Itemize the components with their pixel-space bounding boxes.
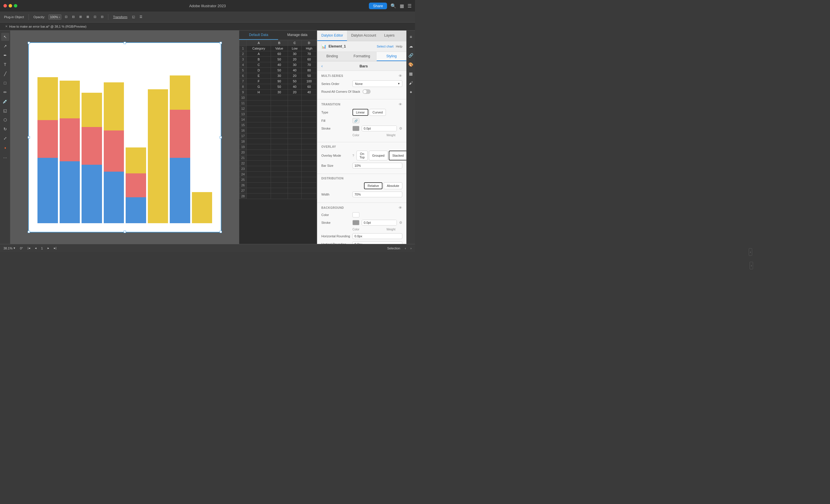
line-tool[interactable]: ╱	[1, 70, 9, 78]
cell-5-a[interactable]: D	[247, 68, 271, 73]
styling-tab[interactable]: Styling	[377, 52, 406, 61]
cell-1-d[interactable]: High	[302, 46, 317, 51]
handle-mr[interactable]	[220, 136, 222, 138]
cell-2-d[interactable]: 70	[302, 51, 317, 57]
back-arrow-icon[interactable]: ‹	[321, 64, 323, 68]
gradient-tool[interactable]: ◱	[1, 107, 9, 114]
stroke-settings-icon[interactable]: ⚙	[399, 127, 402, 131]
cell-4-d[interactable]: 70	[302, 62, 317, 68]
align-top-icon[interactable]: ⊠	[85, 14, 90, 19]
bar-size-input[interactable]: 10%	[352, 163, 402, 168]
art-board-nav-right[interactable]: ›	[410, 246, 412, 250]
stroke-value-input[interactable]	[362, 126, 397, 131]
cell-1-b[interactable]: Value	[271, 46, 288, 51]
close-button[interactable]	[3, 4, 7, 7]
search-button[interactable]: 🔍	[390, 3, 396, 9]
transform-label[interactable]: Transform	[112, 15, 129, 19]
cell-2-a[interactable]: A	[247, 51, 271, 57]
handle-bl[interactable]	[28, 231, 30, 233]
handle-ml[interactable]	[28, 136, 30, 138]
align-left-icon[interactable]: ⊡	[64, 14, 69, 19]
datylon-tool[interactable]: ⬧	[1, 143, 9, 152]
cell-2-b[interactable]: 60	[271, 51, 288, 57]
cell-4-b[interactable]: 40	[271, 62, 288, 68]
cell-9-b[interactable]: 30	[271, 90, 288, 95]
nav-prev[interactable]: ◂	[35, 246, 37, 250]
bg-stroke-settings-icon[interactable]: ⚙	[399, 221, 402, 225]
bg-stroke-input[interactable]	[362, 220, 397, 226]
datylon-account-tab[interactable]: Datylon Account	[347, 31, 380, 41]
cell-8-a[interactable]: G	[247, 84, 271, 90]
absolute-btn[interactable]: Absolute	[384, 182, 402, 189]
pen-tool[interactable]: ✒	[1, 51, 9, 59]
default-data-tab[interactable]: Default Data	[239, 31, 278, 40]
distribute-icon[interactable]: ⊟	[100, 14, 105, 19]
menu-button[interactable]: ☰	[408, 3, 412, 9]
align-right-icon[interactable]: ⊞	[78, 14, 83, 19]
blend-tool[interactable]: ⬡	[1, 116, 9, 124]
share-button[interactable]: Share	[369, 3, 387, 9]
align-center-icon[interactable]: ⊟	[71, 14, 76, 19]
properties-tool[interactable]: ≡	[407, 33, 415, 41]
plugin-object-label[interactable]: Plug-in Object	[3, 15, 25, 19]
eyedropper-tool[interactable]: 💉	[1, 97, 9, 105]
color-tool[interactable]: 🎨	[407, 61, 415, 69]
cell-6-a[interactable]: E	[247, 73, 271, 79]
handle-tl[interactable]	[28, 42, 30, 44]
cell-3-c[interactable]: 20	[288, 57, 301, 62]
datylon-editor-tab[interactable]: Datylon Editor	[317, 31, 347, 41]
scale-tool[interactable]: ⤢	[1, 134, 9, 142]
cell-1-c[interactable]: Low	[288, 46, 301, 51]
cell-3-a[interactable]: B	[247, 57, 271, 62]
nav-next[interactable]: ▸	[47, 246, 49, 250]
tab-close-icon[interactable]: ✕	[5, 25, 7, 28]
cell-6-b[interactable]: 30	[271, 73, 288, 79]
cell-9-d[interactable]: 40	[302, 90, 317, 95]
stacked-btn[interactable]: Stacked	[389, 150, 406, 160]
cell-7-b[interactable]: 90	[271, 79, 288, 84]
curved-btn[interactable]: Curved	[370, 109, 386, 116]
stroke-color-swatch[interactable]	[352, 126, 359, 131]
formatting-tab[interactable]: Formatting	[347, 52, 377, 61]
handle-tr[interactable]	[220, 42, 222, 44]
canvas-area[interactable]	[10, 31, 239, 244]
opacity-select[interactable]: 100% ›	[49, 14, 61, 20]
direct-selection-tool[interactable]: ↗	[1, 42, 9, 50]
more-tools[interactable]: …	[1, 153, 9, 161]
rotate-tool[interactable]: ↻	[1, 125, 9, 133]
overlay-mode-help-icon[interactable]: ?	[352, 154, 354, 157]
cell-9-a[interactable]: H	[247, 90, 271, 95]
cell-5-c[interactable]: 40	[288, 68, 301, 73]
cell-8-c[interactable]: 40	[288, 84, 301, 90]
on-top-btn[interactable]: On Top	[356, 150, 368, 160]
swatches-tool[interactable]: ▦	[407, 70, 415, 78]
round-corners-toggle[interactable]	[362, 89, 371, 94]
cell-5-d[interactable]: 80	[302, 68, 317, 73]
fill-swatch[interactable]: 🔗	[352, 118, 359, 123]
cell-6-d[interactable]: 50	[302, 73, 317, 79]
width-input[interactable]: 70%	[352, 192, 402, 197]
zoom-status[interactable]: 38.1% ▾	[3, 246, 15, 250]
cell-6-c[interactable]: 20	[288, 73, 301, 79]
page-input[interactable]: 1	[41, 246, 43, 250]
bg-stroke-value[interactable]	[362, 220, 397, 225]
nav-last[interactable]: ▸|	[54, 246, 57, 250]
cell-5-b[interactable]: 50	[271, 68, 288, 73]
cell-7-a[interactable]: F	[247, 79, 271, 84]
handle-tc[interactable]	[124, 42, 126, 44]
more-options-icon[interactable]: ☰	[138, 14, 143, 19]
v-rounding-input[interactable]: 0.0px	[352, 241, 402, 244]
align-middle-icon[interactable]: ⊡	[93, 14, 97, 19]
text-tool[interactable]: T	[1, 61, 9, 69]
transition-visibility-icon[interactable]: 👁	[398, 102, 402, 107]
help-button[interactable]: Help	[396, 45, 402, 48]
linear-btn[interactable]: Linear	[352, 109, 368, 116]
background-visibility-icon[interactable]: 👁	[398, 206, 402, 210]
libraries-tool[interactable]: ☁	[407, 42, 415, 50]
brushes-tool[interactable]: 🖌	[407, 79, 415, 87]
multi-series-visibility-icon[interactable]: 👁	[398, 74, 402, 78]
series-order-select[interactable]: None ▾	[352, 80, 402, 87]
symbols-tool[interactable]: ✦	[407, 88, 415, 96]
cell-3-d[interactable]: 60	[302, 57, 317, 62]
cell-2-c[interactable]: 30	[288, 51, 301, 57]
